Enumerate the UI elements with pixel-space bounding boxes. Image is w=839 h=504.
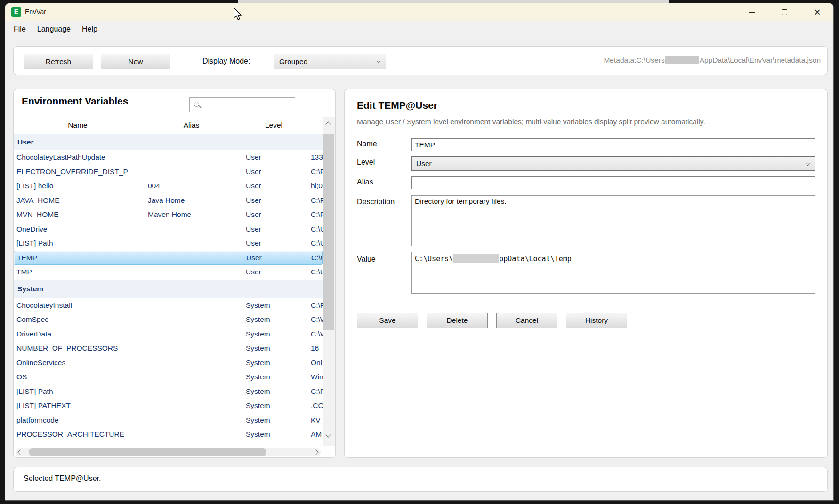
title-bar[interactable]: E EnvVar × bbox=[5, 3, 833, 21]
cell-name: ChocolateyLastPathUpdate bbox=[14, 153, 142, 161]
row-list-path[interactable]: [LIST] PathUserC:\U bbox=[14, 236, 323, 251]
cell-value: C:\F bbox=[307, 210, 323, 219]
name-field[interactable] bbox=[411, 138, 815, 151]
row-comspec[interactable]: ComSpecSystemC:\W bbox=[14, 312, 323, 327]
cell-level: User bbox=[242, 254, 307, 262]
cell-name: OnlineServices bbox=[14, 359, 142, 367]
level-value: User bbox=[416, 160, 432, 168]
window-title: EnvVar bbox=[25, 8, 46, 16]
refresh-button[interactable]: Refresh bbox=[24, 54, 93, 69]
value-prefix: C:\Users\ bbox=[415, 255, 453, 263]
cell-name: OS bbox=[14, 373, 142, 381]
alias-field[interactable] bbox=[411, 176, 815, 189]
cell-value: AM bbox=[307, 430, 323, 439]
cell-name: PROCESSOR_ARCHITECTURE bbox=[14, 430, 142, 439]
search-icon bbox=[194, 102, 199, 107]
cell-name: OneDrive bbox=[14, 225, 142, 233]
scroll-up-icon[interactable] bbox=[325, 121, 331, 127]
row-onedrive[interactable]: OneDriveUserC:\U bbox=[14, 222, 323, 237]
row-electron-override-dist-p[interactable]: ELECTRON_OVERRIDE_DIST_PUserC:\F bbox=[14, 165, 323, 179]
description-field[interactable]: Directory for temporary files. bbox=[411, 195, 815, 246]
level-select[interactable]: User bbox=[411, 156, 815, 171]
save-button[interactable]: Save bbox=[357, 313, 418, 328]
row-list-path[interactable]: [LIST] PathSystemC:\P bbox=[14, 384, 323, 399]
row-list-pathext[interactable]: [LIST] PATHEXTSystem.CO bbox=[14, 399, 323, 413]
column-header-name[interactable]: Name bbox=[14, 117, 142, 133]
cell-value: 133 bbox=[307, 153, 323, 161]
column-header-alias[interactable]: Alias bbox=[142, 117, 241, 133]
row-chocolateylastpathupdate[interactable]: ChocolateyLastPathUpdateUser133 bbox=[14, 150, 323, 165]
name-label: Name bbox=[357, 140, 377, 148]
redacted-username-block bbox=[665, 56, 699, 64]
vertical-scrollbar[interactable] bbox=[323, 117, 335, 446]
cancel-button[interactable]: Cancel bbox=[496, 313, 557, 328]
row-temp[interactable]: TEMPUserC:\U bbox=[14, 251, 323, 265]
column-header-level[interactable]: Level bbox=[241, 117, 307, 133]
row-mvn-home[interactable]: MVN_HOMEMaven HomeUserC:\F bbox=[14, 208, 323, 222]
display-mode-label: Display Mode: bbox=[202, 57, 250, 65]
cell-level: User bbox=[241, 182, 307, 190]
row-list-hello[interactable]: [LIST] hello004Userhi;0 bbox=[14, 179, 323, 193]
cell-value: hi;0 bbox=[307, 182, 323, 190]
cell-alias: 004 bbox=[142, 182, 241, 190]
redacted-username-block bbox=[453, 254, 499, 263]
row-processor-identifier[interactable]: PROCESSOR_IDENTIFIERSystemInt bbox=[14, 442, 323, 446]
list-header: NameAliasLevel bbox=[14, 117, 323, 133]
row-processor-architecture[interactable]: PROCESSOR_ARCHITECTURESystemAM bbox=[14, 427, 323, 442]
cell-level: User bbox=[241, 153, 307, 161]
cell-level: System bbox=[241, 373, 307, 381]
row-driverdata[interactable]: DriverDataSystemC:\W bbox=[14, 327, 323, 342]
menu-language[interactable]: Language bbox=[34, 24, 73, 34]
search-box[interactable] bbox=[189, 97, 295, 112]
cell-name: PROCESSOR_IDENTIFIER bbox=[14, 445, 142, 446]
row-tmp[interactable]: TMPUserC:\U bbox=[14, 265, 323, 280]
alias-label: Alias bbox=[357, 178, 373, 186]
level-label: Level bbox=[357, 158, 375, 167]
cell-value: C:\U bbox=[307, 239, 323, 248]
cell-value: C:\W bbox=[307, 315, 323, 324]
cell-name: platformcode bbox=[14, 416, 142, 424]
display-mode-value: Grouped bbox=[279, 57, 307, 65]
history-button[interactable]: History bbox=[566, 313, 627, 328]
value-field[interactable]: C:\Users\ppData\Local\Temp bbox=[411, 252, 815, 294]
row-os[interactable]: OSSystemWin bbox=[14, 370, 323, 384]
cell-value: C:\U bbox=[307, 268, 323, 276]
scroll-left-icon[interactable] bbox=[17, 449, 23, 455]
display-mode-select[interactable]: Grouped bbox=[274, 54, 386, 69]
cell-value: Win bbox=[307, 373, 323, 381]
app-icon: E bbox=[11, 7, 21, 17]
cell-level: User bbox=[241, 239, 307, 248]
delete-button[interactable]: Delete bbox=[427, 313, 488, 328]
description-label: Description bbox=[357, 198, 395, 206]
horizontal-scrollbar-thumb[interactable] bbox=[29, 448, 266, 456]
close-button[interactable]: × bbox=[807, 4, 828, 20]
cell-level: User bbox=[241, 196, 307, 205]
chevron-down-icon bbox=[377, 59, 380, 63]
metadata-path-prefix: Metadata:C:\Users bbox=[604, 56, 664, 64]
row-platformcode[interactable]: platformcodeSystemKV bbox=[14, 413, 323, 428]
row-java-home[interactable]: JAVA_HOMEJava HomeUserC:\F bbox=[14, 193, 323, 208]
scroll-right-icon[interactable] bbox=[313, 449, 318, 455]
new-button[interactable]: New bbox=[101, 54, 170, 69]
menu-help[interactable]: Help bbox=[79, 24, 100, 34]
cell-name: TEMP bbox=[14, 254, 143, 262]
row-chocolateyinstall[interactable]: ChocolateyInstallSystemC:\P bbox=[14, 298, 323, 313]
column-header-value[interactable] bbox=[307, 117, 323, 133]
minimize-button[interactable] bbox=[741, 4, 763, 20]
menu-file[interactable]: File bbox=[11, 24, 29, 34]
cell-name: ChocolateyInstall bbox=[14, 301, 142, 310]
maximize-button[interactable] bbox=[774, 4, 795, 20]
toolbar: Refresh New Display Mode: Grouped Metada… bbox=[13, 46, 828, 75]
vertical-scrollbar-thumb[interactable] bbox=[323, 134, 334, 330]
row-onlineservices[interactable]: OnlineServicesSystemOnl bbox=[14, 356, 323, 370]
search-input[interactable] bbox=[202, 98, 291, 112]
row-number-of-processors[interactable]: NUMBER_OF_PROCESSORSSystem16 bbox=[14, 341, 323, 356]
horizontal-scrollbar[interactable] bbox=[16, 448, 321, 456]
left-panel-title: Environment Variables bbox=[22, 96, 128, 107]
cell-name: [LIST] Path bbox=[14, 387, 142, 396]
value-suffix: ppData\Local\Temp bbox=[499, 255, 572, 263]
scroll-down-icon[interactable] bbox=[325, 432, 331, 437]
cell-value: Int bbox=[307, 445, 323, 446]
cell-name: [LIST] hello bbox=[14, 182, 142, 190]
edit-variable-panel: Edit TEMP@User Manage User / System leve… bbox=[344, 89, 828, 458]
